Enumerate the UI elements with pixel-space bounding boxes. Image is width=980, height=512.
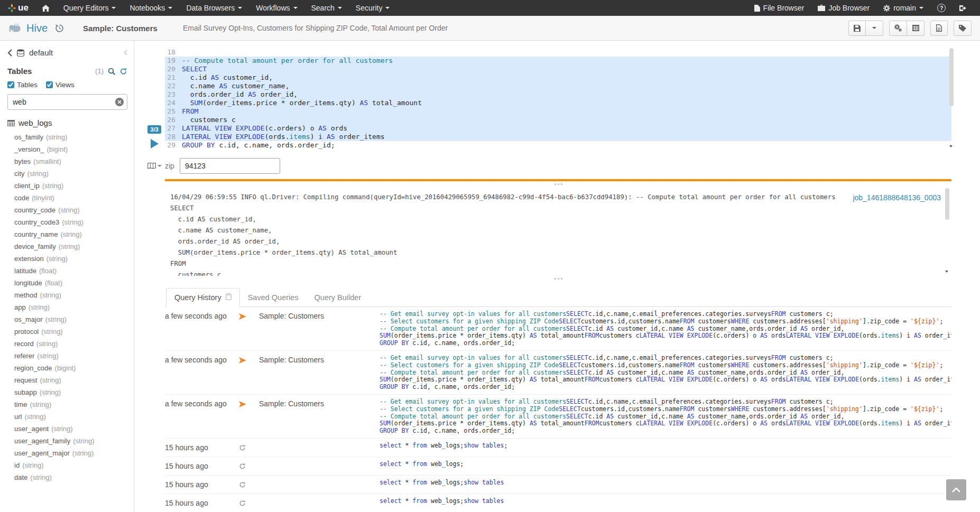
column-item[interactable]: os_family(string) (14, 131, 127, 143)
menu-notebooks[interactable]: Notebooks (123, 0, 179, 16)
column-item[interactable]: request(string) (14, 374, 127, 386)
column-item[interactable]: subapp(string) (14, 386, 127, 398)
filter-views-checkbox[interactable]: Views (46, 81, 75, 89)
resize-handle[interactable] (165, 181, 951, 187)
menu-workflows[interactable]: Workflows (249, 0, 304, 16)
resize-handle[interactable] (165, 276, 951, 282)
column-item[interactable]: latitude(float) (14, 265, 127, 277)
column-item[interactable]: os_major(string) (14, 313, 127, 325)
editor-line[interactable]: 26 customers c (165, 116, 951, 124)
clear-search-button[interactable] (115, 98, 124, 106)
column-item[interactable]: id(string) (14, 459, 127, 471)
scrollbar-thumb[interactable] (945, 188, 949, 220)
column-item[interactable]: bytes(smallint) (14, 155, 127, 167)
query-settings-button[interactable] (889, 21, 907, 36)
tab-query-history[interactable]: Query History (166, 288, 240, 307)
editor-line[interactable]: 25FROM (165, 107, 951, 116)
variable-zip-input[interactable] (180, 158, 280, 174)
editor-line[interactable]: 18 (165, 48, 951, 57)
refresh-icon[interactable] (119, 68, 127, 75)
help-button[interactable] (930, 0, 953, 16)
column-item[interactable]: _version_(bigint) (14, 143, 127, 155)
column-item[interactable]: user_agent_major(string) (14, 447, 127, 459)
column-item[interactable]: client_ip(string) (14, 180, 127, 192)
sql-editor[interactable]: 1819-- Compute total amount per order fo… (165, 48, 951, 150)
column-item[interactable]: app(string) (14, 301, 127, 313)
menu-search[interactable]: Search (304, 0, 349, 16)
user-menu[interactable]: romain (876, 0, 930, 16)
save-options-button[interactable] (866, 21, 883, 36)
column-item[interactable]: country_code3(string) (14, 216, 127, 228)
editor-line[interactable]: 28LATERAL VIEW EXPLODE(ords.items) i AS … (165, 133, 951, 141)
editor-line[interactable]: 27LATERAL VIEW EXPLODE(c.orders) o AS or… (165, 124, 951, 133)
query-history-button[interactable] (55, 24, 64, 33)
column-item[interactable]: time(string) (14, 398, 127, 411)
history-row[interactable]: a few seconds agoSample: Customers-- Get… (165, 307, 951, 351)
job-link[interactable]: job_1461888648136_0003 (853, 193, 941, 202)
sign-out-button[interactable] (953, 0, 974, 16)
history-row[interactable]: 15 hours agoselect * from web_logs;show … (165, 439, 951, 457)
query-title[interactable]: Sample: Customers (83, 24, 158, 33)
menu-query-editors[interactable]: Query Editors (57, 0, 123, 16)
editor-line[interactable]: 20SELECT (165, 65, 951, 73)
editor-line[interactable]: 29GROUP BY c.id, c.name, ords.order_id; (165, 141, 951, 150)
editor-line[interactable]: 22 c.name AS customer_name, (165, 82, 951, 90)
column-item[interactable]: device_family(string) (14, 240, 127, 253)
editor-line[interactable]: 23 ords.order_id AS order_id, (165, 90, 951, 99)
column-item[interactable]: user_agent_family(string) (14, 435, 127, 447)
execute-button[interactable] (151, 139, 159, 148)
column-item[interactable]: code(tinyint) (14, 192, 127, 204)
snippet-type-button[interactable] (144, 163, 165, 169)
home-button[interactable] (35, 0, 57, 16)
table-search-input[interactable] (7, 94, 127, 110)
column-item[interactable]: longitude(float) (14, 277, 127, 289)
menu-data-browsers[interactable]: Data Browsers (179, 0, 249, 16)
save-button[interactable] (848, 21, 866, 36)
search-icon[interactable] (108, 68, 115, 75)
column-item[interactable]: protocol(string) (14, 325, 127, 338)
column-item[interactable]: method(string) (14, 289, 127, 301)
column-item[interactable]: url(string) (14, 411, 127, 423)
history-row[interactable]: a few seconds agoSample: Customers-- Get… (165, 395, 951, 439)
history-row[interactable]: 15 hours agoselect * from web_logs;show … (165, 494, 951, 512)
column-item[interactable]: country_name(string) (14, 228, 127, 240)
column-item[interactable]: user_agent(string) (14, 423, 127, 435)
scroll-down-button[interactable] (948, 143, 954, 150)
column-item[interactable]: city(string) (14, 167, 127, 180)
views-checkbox-input[interactable] (46, 81, 53, 88)
tab-saved-queries[interactable]: Saved Queries (240, 288, 307, 306)
back-chevron-icon[interactable] (7, 49, 12, 57)
menu-security[interactable]: Security (349, 0, 397, 16)
scrollbar-thumb[interactable] (949, 48, 954, 106)
format-document-button[interactable] (930, 21, 948, 36)
history-row[interactable]: 15 hours agoselect * from web_logs; (165, 457, 951, 476)
column-item[interactable]: referer(string) (14, 350, 127, 362)
tags-button[interactable] (954, 21, 972, 36)
scroll-down-button[interactable] (944, 268, 949, 275)
database-name[interactable]: default (29, 48, 53, 57)
editor-line[interactable]: 19-- Compute total amount per order for … (165, 57, 951, 65)
log-scrollbar[interactable] (944, 188, 949, 275)
collapse-sidebar-button[interactable] (124, 50, 127, 55)
tab-query-builder[interactable]: Query Builder (307, 288, 369, 306)
scroll-top-button[interactable] (946, 479, 966, 500)
column-item[interactable]: record(string) (14, 338, 127, 350)
column-item[interactable]: region_code(bigint) (14, 362, 127, 374)
column-item[interactable]: country_code(string) (14, 204, 127, 216)
editor-scrollbar[interactable] (948, 48, 954, 150)
editor-line[interactable]: 24 SUM(order_items.price * order_items.q… (165, 99, 951, 107)
editor-line[interactable]: 21 c.id AS customer_id, (165, 73, 951, 82)
history-row[interactable]: a few seconds agoSample: Customers-- Get… (165, 351, 951, 395)
history-row[interactable]: 15 hours agoselect * from web_logs;show … (165, 476, 951, 494)
file-browser-link[interactable]: File Browser (747, 0, 811, 16)
tables-checkbox-input[interactable] (7, 81, 14, 88)
hue-logo[interactable]: ue (6, 0, 35, 16)
filter-tables-checkbox[interactable]: Tables (7, 81, 38, 89)
column-item[interactable]: extension(string) (14, 253, 127, 265)
log-panel[interactable]: 16/04/29 06:59:55 INFO ql.Driver: Compil… (165, 187, 951, 276)
job-browser-link[interactable]: Job Browser (811, 0, 876, 16)
column-item[interactable]: date(string) (14, 471, 127, 483)
schedule-button[interactable] (907, 21, 924, 36)
hive-app[interactable]: Hive (8, 22, 48, 34)
table-item-web-logs[interactable]: web_logs (7, 118, 127, 127)
